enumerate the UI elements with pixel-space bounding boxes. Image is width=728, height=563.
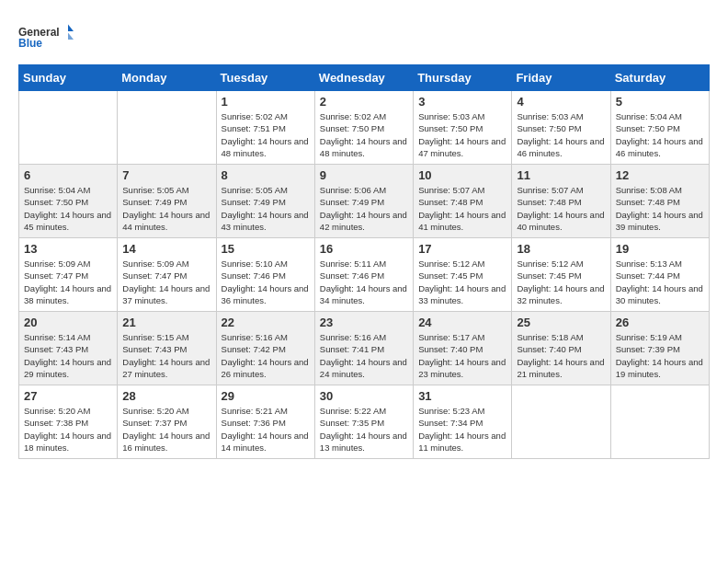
day-number: 11 [517, 168, 605, 182]
svg-text:Blue: Blue [18, 37, 42, 50]
calendar-cell [512, 385, 610, 459]
calendar-table: SundayMondayTuesdayWednesdayThursdayFrid… [18, 64, 710, 459]
day-info: Sunrise: 5:05 AM Sunset: 7:49 PM Dayligh… [122, 184, 210, 233]
header-sunday: Sunday [19, 65, 118, 91]
day-info: Sunrise: 5:20 AM Sunset: 7:38 PM Dayligh… [24, 405, 112, 454]
day-number: 9 [320, 168, 408, 182]
calendar-cell: 9Sunrise: 5:06 AM Sunset: 7:49 PM Daylig… [314, 165, 413, 238]
day-number: 31 [418, 389, 506, 403]
day-info: Sunrise: 5:07 AM Sunset: 7:48 PM Dayligh… [418, 184, 506, 233]
calendar-week-row: 27Sunrise: 5:20 AM Sunset: 7:38 PM Dayli… [19, 385, 710, 459]
calendar-cell: 19Sunrise: 5:13 AM Sunset: 7:44 PM Dayli… [610, 238, 709, 312]
page-header: General Blue [18, 18, 710, 55]
day-number: 7 [122, 168, 210, 182]
day-info: Sunrise: 5:17 AM Sunset: 7:40 PM Dayligh… [418, 331, 506, 380]
day-number: 20 [24, 316, 112, 329]
day-info: Sunrise: 5:12 AM Sunset: 7:45 PM Dayligh… [517, 258, 605, 306]
calendar-cell: 3Sunrise: 5:03 AM Sunset: 7:50 PM Daylig… [414, 91, 512, 165]
day-info: Sunrise: 5:15 AM Sunset: 7:43 PM Dayligh… [122, 331, 210, 380]
header-tuesday: Tuesday [216, 65, 314, 91]
calendar-week-row: 13Sunrise: 5:09 AM Sunset: 7:47 PM Dayli… [19, 238, 710, 312]
day-number: 17 [418, 242, 506, 256]
day-info: Sunrise: 5:18 AM Sunset: 7:40 PM Dayligh… [517, 331, 605, 380]
calendar-cell [118, 91, 216, 165]
calendar-cell: 29Sunrise: 5:21 AM Sunset: 7:36 PM Dayli… [216, 385, 314, 459]
calendar-cell: 4Sunrise: 5:03 AM Sunset: 7:50 PM Daylig… [512, 91, 610, 165]
day-info: Sunrise: 5:22 AM Sunset: 7:35 PM Dayligh… [320, 405, 408, 454]
day-info: Sunrise: 5:16 AM Sunset: 7:42 PM Dayligh… [222, 331, 310, 380]
calendar-cell: 14Sunrise: 5:09 AM Sunset: 7:47 PM Dayli… [118, 238, 216, 312]
day-info: Sunrise: 5:05 AM Sunset: 7:49 PM Dayligh… [222, 184, 310, 233]
day-info: Sunrise: 5:11 AM Sunset: 7:46 PM Dayligh… [320, 258, 408, 306]
day-number: 28 [122, 389, 210, 403]
calendar-cell: 21Sunrise: 5:15 AM Sunset: 7:43 PM Dayli… [118, 312, 216, 385]
day-number: 18 [517, 242, 605, 256]
calendar-cell: 18Sunrise: 5:12 AM Sunset: 7:45 PM Dayli… [512, 238, 610, 312]
calendar-cell: 23Sunrise: 5:16 AM Sunset: 7:41 PM Dayli… [314, 312, 413, 385]
calendar-cell: 27Sunrise: 5:20 AM Sunset: 7:38 PM Dayli… [19, 385, 118, 459]
header-friday: Friday [512, 65, 610, 91]
day-number: 15 [222, 242, 310, 256]
calendar-cell: 31Sunrise: 5:23 AM Sunset: 7:34 PM Dayli… [414, 385, 512, 459]
day-number: 8 [222, 168, 310, 182]
svg-marker-3 [68, 33, 74, 40]
calendar-week-row: 20Sunrise: 5:14 AM Sunset: 7:43 PM Dayli… [19, 312, 710, 385]
header-monday: Monday [118, 65, 216, 91]
day-info: Sunrise: 5:09 AM Sunset: 7:47 PM Dayligh… [122, 258, 210, 306]
calendar-cell: 15Sunrise: 5:10 AM Sunset: 7:46 PM Dayli… [216, 238, 314, 312]
header-saturday: Saturday [610, 65, 709, 91]
day-number: 3 [418, 95, 506, 109]
day-info: Sunrise: 5:07 AM Sunset: 7:48 PM Dayligh… [517, 184, 605, 233]
calendar-cell: 28Sunrise: 5:20 AM Sunset: 7:37 PM Dayli… [118, 385, 216, 459]
calendar-week-row: 1Sunrise: 5:02 AM Sunset: 7:51 PM Daylig… [19, 91, 710, 165]
calendar-cell: 30Sunrise: 5:22 AM Sunset: 7:35 PM Dayli… [314, 385, 413, 459]
day-number: 23 [320, 316, 408, 329]
calendar-cell: 7Sunrise: 5:05 AM Sunset: 7:49 PM Daylig… [118, 165, 216, 238]
day-info: Sunrise: 5:06 AM Sunset: 7:49 PM Dayligh… [320, 184, 408, 233]
calendar-cell: 5Sunrise: 5:04 AM Sunset: 7:50 PM Daylig… [610, 91, 709, 165]
day-info: Sunrise: 5:19 AM Sunset: 7:39 PM Dayligh… [616, 331, 704, 380]
day-info: Sunrise: 5:04 AM Sunset: 7:50 PM Dayligh… [616, 110, 704, 159]
calendar-cell: 8Sunrise: 5:05 AM Sunset: 7:49 PM Daylig… [216, 165, 314, 238]
day-info: Sunrise: 5:08 AM Sunset: 7:48 PM Dayligh… [616, 184, 704, 233]
day-info: Sunrise: 5:16 AM Sunset: 7:41 PM Dayligh… [320, 331, 408, 380]
calendar-cell: 1Sunrise: 5:02 AM Sunset: 7:51 PM Daylig… [216, 91, 314, 165]
logo: General Blue [18, 18, 74, 55]
day-number: 2 [320, 95, 408, 109]
day-info: Sunrise: 5:04 AM Sunset: 7:50 PM Dayligh… [24, 184, 112, 233]
day-info: Sunrise: 5:10 AM Sunset: 7:46 PM Dayligh… [222, 258, 310, 306]
day-number: 10 [418, 168, 506, 182]
day-info: Sunrise: 5:03 AM Sunset: 7:50 PM Dayligh… [517, 110, 605, 159]
day-info: Sunrise: 5:12 AM Sunset: 7:45 PM Dayligh… [418, 258, 506, 306]
calendar-cell: 12Sunrise: 5:08 AM Sunset: 7:48 PM Dayli… [610, 165, 709, 238]
day-number: 1 [222, 95, 310, 109]
day-number: 12 [616, 168, 704, 182]
header-thursday: Thursday [414, 65, 512, 91]
calendar-cell: 10Sunrise: 5:07 AM Sunset: 7:48 PM Dayli… [414, 165, 512, 238]
day-number: 19 [616, 242, 704, 256]
calendar-cell: 25Sunrise: 5:18 AM Sunset: 7:40 PM Dayli… [512, 312, 610, 385]
day-info: Sunrise: 5:03 AM Sunset: 7:50 PM Dayligh… [418, 110, 506, 159]
calendar-cell: 13Sunrise: 5:09 AM Sunset: 7:47 PM Dayli… [19, 238, 118, 312]
day-number: 5 [616, 95, 704, 109]
day-number: 14 [122, 242, 210, 256]
day-info: Sunrise: 5:02 AM Sunset: 7:51 PM Dayligh… [222, 110, 310, 159]
day-info: Sunrise: 5:20 AM Sunset: 7:37 PM Dayligh… [122, 405, 210, 454]
calendar-cell: 20Sunrise: 5:14 AM Sunset: 7:43 PM Dayli… [19, 312, 118, 385]
day-info: Sunrise: 5:14 AM Sunset: 7:43 PM Dayligh… [24, 331, 112, 380]
calendar-header-row: SundayMondayTuesdayWednesdayThursdayFrid… [19, 65, 710, 91]
calendar-cell: 16Sunrise: 5:11 AM Sunset: 7:46 PM Dayli… [314, 238, 413, 312]
day-info: Sunrise: 5:23 AM Sunset: 7:34 PM Dayligh… [418, 405, 506, 454]
logo-svg: General Blue [18, 18, 74, 55]
day-info: Sunrise: 5:21 AM Sunset: 7:36 PM Dayligh… [222, 405, 310, 454]
svg-marker-2 [68, 25, 74, 32]
day-number: 29 [222, 389, 310, 403]
header-wednesday: Wednesday [314, 65, 413, 91]
calendar-cell [610, 385, 709, 459]
day-number: 25 [517, 316, 605, 329]
calendar-cell: 24Sunrise: 5:17 AM Sunset: 7:40 PM Dayli… [414, 312, 512, 385]
day-number: 16 [320, 242, 408, 256]
day-number: 30 [320, 389, 408, 403]
calendar-week-row: 6Sunrise: 5:04 AM Sunset: 7:50 PM Daylig… [19, 165, 710, 238]
day-number: 6 [24, 168, 112, 182]
